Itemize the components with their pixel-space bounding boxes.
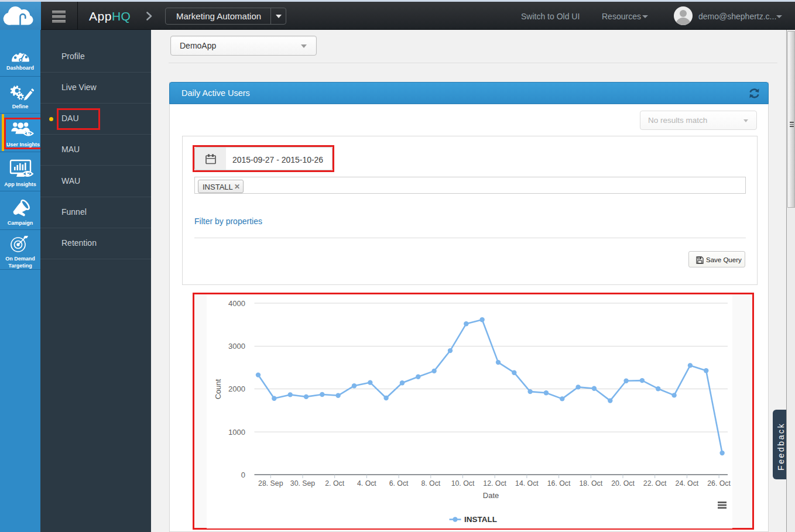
svg-text:2. Oct: 2. Oct — [325, 479, 344, 488]
svg-text:18. Oct: 18. Oct — [579, 479, 602, 488]
svg-text:8. Oct: 8. Oct — [421, 479, 440, 488]
svg-text:INSTALL: INSTALL — [464, 515, 497, 524]
svg-text:12. Oct: 12. Oct — [483, 479, 506, 488]
svg-text:28. Sep: 28. Sep — [258, 479, 283, 488]
svg-text:20. Oct: 20. Oct — [611, 479, 635, 488]
svg-text:4. Oct: 4. Oct — [357, 479, 376, 488]
svg-text:1000: 1000 — [228, 428, 245, 437]
svg-text:6. Oct: 6. Oct — [389, 479, 409, 488]
svg-text:24. Oct: 24. Oct — [676, 479, 699, 488]
svg-text:2000: 2000 — [228, 385, 245, 393]
svg-text:30. Sep: 30. Sep — [290, 479, 316, 488]
svg-text:14. Oct: 14. Oct — [515, 479, 539, 488]
svg-text:22. Oct: 22. Oct — [643, 479, 667, 488]
svg-text:26. Oct: 26. Oct — [707, 479, 731, 488]
svg-text:10. Oct: 10. Oct — [451, 479, 475, 488]
svg-text:Date: Date — [483, 491, 499, 500]
svg-text:0: 0 — [241, 471, 245, 479]
svg-text:16. Oct: 16. Oct — [547, 479, 571, 488]
svg-text:3000: 3000 — [228, 342, 245, 351]
svg-text:Count: Count — [214, 379, 222, 399]
svg-text:4000: 4000 — [228, 299, 245, 308]
